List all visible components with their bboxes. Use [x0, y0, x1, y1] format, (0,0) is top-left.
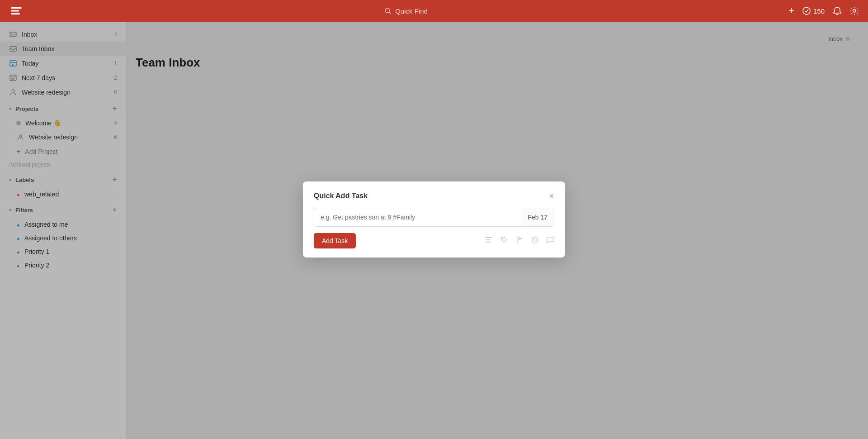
search-label: Quick Find [395, 7, 428, 15]
svg-line-28 [532, 237, 533, 238]
modal-title: Quick Add Task [314, 192, 368, 200]
modal-input-row: Feb 17 [314, 208, 554, 227]
quick-add-task-modal: Quick Add Task × Feb 17 Add Task [303, 181, 565, 258]
topbar: Quick Find + 150 [0, 0, 868, 22]
todoist-logo-icon[interactable] [9, 4, 24, 18]
svg-rect-0 [11, 7, 22, 9]
add-task-button[interactable]: Add Task [314, 233, 356, 248]
reminder-tool-icon[interactable] [531, 236, 539, 246]
comment-tool-icon[interactable] [546, 236, 554, 246]
karma-value: 150 [813, 7, 825, 15]
svg-point-23 [503, 238, 504, 239]
svg-rect-1 [11, 10, 19, 12]
svg-point-5 [803, 7, 810, 14]
svg-point-6 [853, 10, 856, 12]
add-task-button[interactable]: + [788, 5, 794, 17]
svg-line-29 [537, 237, 538, 238]
task-input[interactable] [314, 208, 521, 226]
notifications-icon[interactable] [833, 6, 842, 15]
topbar-search[interactable]: Quick Find [384, 7, 428, 15]
modal-actions: Add Task [314, 233, 554, 248]
search-icon [384, 7, 392, 14]
karma-count[interactable]: 150 [802, 7, 825, 15]
svg-rect-21 [486, 239, 490, 240]
task-date-value: Feb 17 [528, 214, 547, 221]
modal-close-button[interactable]: × [549, 191, 554, 200]
label-tool-icon[interactable] [500, 236, 508, 246]
subtask-tool-icon[interactable] [485, 236, 493, 246]
check-icon [802, 7, 811, 15]
svg-rect-2 [11, 13, 20, 14]
priority-tool-icon[interactable] [515, 236, 524, 246]
svg-rect-20 [486, 237, 492, 238]
settings-icon[interactable] [850, 6, 859, 15]
svg-rect-22 [486, 242, 491, 243]
modal-header: Quick Add Task × [314, 191, 554, 200]
topbar-left [9, 4, 24, 18]
svg-point-3 [385, 8, 390, 13]
modal-tools [485, 236, 554, 246]
task-date-picker[interactable]: Feb 17 [521, 208, 554, 226]
topbar-right: + 150 [788, 5, 859, 17]
svg-line-4 [389, 12, 391, 14]
